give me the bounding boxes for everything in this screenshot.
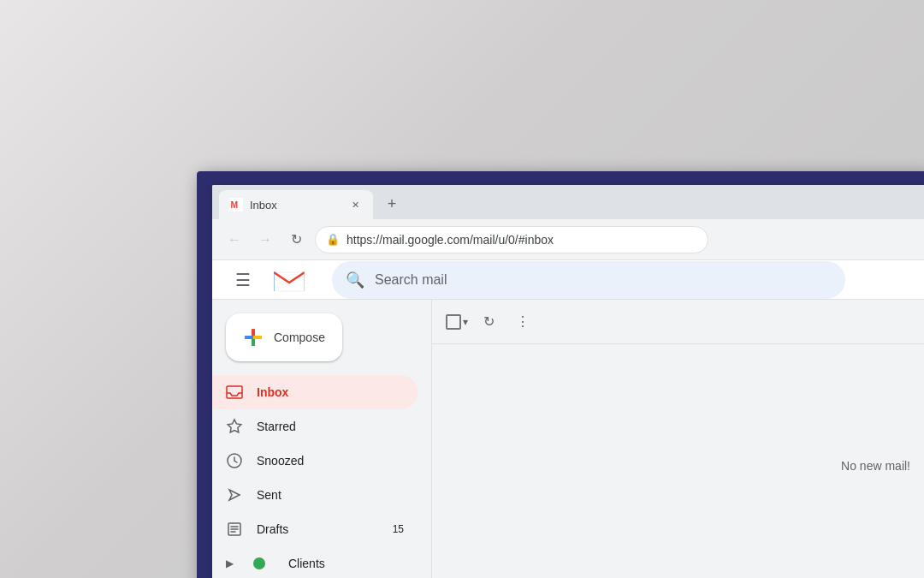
refresh-button[interactable]: ↻	[284, 228, 308, 252]
drafts-icon	[226, 521, 243, 538]
search-bar[interactable]: 🔍 Search mail	[332, 261, 845, 299]
gmail-m-icon	[274, 268, 305, 292]
new-tab-button[interactable]: +	[380, 192, 404, 216]
compose-button[interactable]: Compose	[226, 313, 342, 361]
search-placeholder: Search mail	[375, 272, 447, 288]
drafts-count: 15	[393, 523, 404, 535]
svg-rect-7	[245, 336, 253, 339]
gmail-header: ☰ 🔍 Search ma	[212, 260, 924, 300]
sent-icon	[226, 486, 243, 504]
compose-label: Compose	[274, 331, 325, 344]
more-options-icon: ⋮	[516, 313, 530, 330]
nav-item-inbox[interactable]: Inbox	[212, 375, 418, 409]
select-dropdown-arrow[interactable]: ▾	[463, 316, 468, 328]
inbox-label: Inbox	[257, 385, 404, 399]
clients-label-icon	[251, 555, 268, 572]
nav-item-sent[interactable]: Sent	[212, 478, 418, 512]
more-options-button[interactable]: ⋮	[509, 308, 536, 336]
tab-favicon: M	[229, 198, 243, 212]
clients-expand-icon: ▶	[226, 557, 234, 569]
refresh-mail-button[interactable]: ↻	[475, 308, 502, 336]
refresh-mail-icon: ↻	[483, 313, 495, 330]
tab-close-button[interactable]: ✕	[347, 197, 363, 212]
inbox-icon	[226, 384, 243, 401]
browser-tab-inbox[interactable]: M Inbox ✕	[219, 190, 373, 219]
snoozed-label: Snoozed	[257, 454, 404, 468]
select-all-area[interactable]: ▾	[446, 314, 468, 330]
main-layout: Compose Inbox	[212, 300, 924, 578]
forward-button[interactable]: →	[253, 228, 277, 252]
tab-bar: M Inbox ✕ +	[212, 185, 924, 219]
url-text: https://mail.google.com/mail/u/0/#inbox	[346, 233, 554, 247]
nav-item-snoozed[interactable]: Snoozed	[212, 444, 418, 478]
compose-plus-icon	[243, 327, 264, 348]
svg-rect-9	[227, 386, 242, 398]
email-list: No new mail!	[432, 344, 924, 578]
sent-label: Sent	[257, 488, 404, 502]
svg-rect-8	[253, 336, 262, 339]
lock-icon: 🔒	[326, 233, 340, 246]
no-mail-text: No new mail!	[841, 459, 910, 473]
svg-text:M: M	[231, 200, 239, 210]
sidebar: Compose Inbox	[212, 300, 431, 578]
nav-item-clients[interactable]: ▶ Clients	[212, 546, 418, 578]
snoozed-icon	[226, 452, 243, 469]
email-toolbar: ▾ ↻ ⋮	[432, 300, 924, 344]
menu-button[interactable]: ☰	[226, 263, 260, 297]
gmail-logo	[274, 268, 311, 292]
clients-label: Clients	[288, 557, 404, 570]
browser-window: M Inbox ✕ + ← → ↻ 🔒 https://mail.google.…	[212, 185, 924, 578]
svg-point-12	[253, 557, 265, 569]
gmail-app: ☰ 🔍 Search ma	[212, 260, 924, 578]
search-icon: 🔍	[346, 271, 364, 289]
nav-item-drafts[interactable]: Drafts 15	[212, 512, 418, 546]
tab-title: Inbox	[250, 199, 341, 212]
starred-label: Starred	[257, 420, 404, 433]
drafts-label: Drafts	[257, 522, 379, 536]
star-icon	[226, 418, 243, 435]
url-bar[interactable]: 🔒 https://mail.google.com/mail/u/0/#inbo…	[315, 226, 708, 253]
email-area: ▾ ↻ ⋮ No new mail!	[431, 300, 924, 578]
select-all-checkbox[interactable]	[446, 314, 461, 330]
nav-item-starred[interactable]: Starred	[212, 409, 418, 444]
address-bar: ← → ↻ 🔒 https://mail.google.com/mail/u/0…	[212, 219, 924, 260]
hamburger-icon: ☰	[235, 270, 251, 290]
back-button[interactable]: ←	[222, 228, 246, 252]
